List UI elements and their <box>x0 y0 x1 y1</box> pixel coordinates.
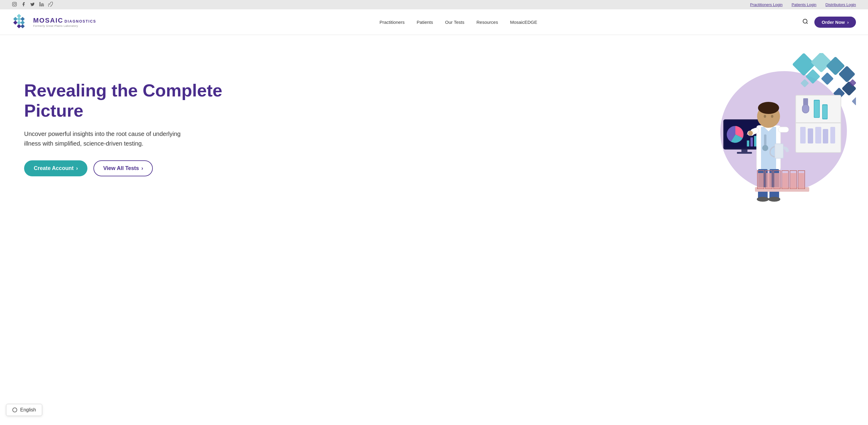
svg-point-63 <box>771 115 773 118</box>
svg-point-62 <box>764 115 766 118</box>
view-all-tests-button[interactable]: View All Tests › <box>93 160 153 176</box>
svg-rect-35 <box>823 105 827 118</box>
top-bar: Practitioners Login Patients Login Distr… <box>0 0 868 9</box>
svg-rect-28 <box>796 122 841 123</box>
svg-point-65 <box>762 145 768 151</box>
svg-rect-74 <box>782 173 788 189</box>
svg-rect-39 <box>823 129 828 144</box>
svg-rect-11 <box>21 21 25 25</box>
svg-rect-64 <box>764 134 767 147</box>
svg-point-4 <box>39 2 40 3</box>
svg-rect-72 <box>774 173 780 189</box>
nav-mosaicedge[interactable]: MosaicEDGE <box>510 20 537 25</box>
hero-illustration <box>235 53 856 204</box>
svg-point-54 <box>748 131 753 135</box>
svg-rect-10 <box>17 21 21 25</box>
svg-rect-68 <box>758 173 764 189</box>
svg-rect-7 <box>17 17 21 21</box>
svg-rect-3 <box>39 4 40 6</box>
vimeo-icon[interactable] <box>48 2 53 7</box>
svg-rect-17 <box>811 53 832 73</box>
svg-rect-31 <box>803 105 809 113</box>
svg-rect-80 <box>775 144 783 158</box>
svg-rect-44 <box>747 141 749 147</box>
svg-point-58 <box>757 197 769 202</box>
svg-point-59 <box>768 197 780 202</box>
instagram-icon[interactable] <box>12 2 17 7</box>
svg-rect-46 <box>754 136 756 147</box>
logo-diagnostics: DIAGNOSTICS <box>64 19 96 24</box>
svg-rect-55 <box>778 127 789 132</box>
social-icons <box>12 2 53 7</box>
logo-formerly: Formerly Great Plains Laboratory <box>33 24 96 27</box>
svg-rect-38 <box>815 127 821 144</box>
logo[interactable]: MOSAIC DIAGNOSTICS Formerly Great Plains… <box>12 13 96 31</box>
svg-point-1 <box>13 3 16 5</box>
svg-rect-37 <box>808 128 813 144</box>
logo-text: MOSAIC DIAGNOSTICS Formerly Great Plains… <box>33 17 96 27</box>
linkedin-icon[interactable] <box>39 2 44 7</box>
svg-rect-70 <box>766 173 772 189</box>
svg-rect-78 <box>799 173 804 189</box>
hero-section: Revealing the Complete Picture Uncover p… <box>0 35 868 216</box>
svg-rect-0 <box>12 2 16 6</box>
practitioners-login-link[interactable]: Practitioners Login <box>750 2 783 7</box>
svg-rect-26 <box>852 97 856 105</box>
svg-rect-12 <box>17 24 21 28</box>
hero-content: Revealing the Complete Picture Uncover p… <box>24 81 235 176</box>
svg-rect-76 <box>790 173 796 189</box>
hero-subtitle: Uncover powerful insights into the root … <box>24 129 193 148</box>
logo-icon <box>12 13 30 31</box>
nav-right: Order Now › <box>802 17 856 28</box>
svg-rect-49 <box>737 152 752 154</box>
svg-point-14 <box>803 19 807 23</box>
hero-buttons: Create Account › View All Tests › <box>24 160 235 176</box>
svg-rect-22 <box>821 72 834 85</box>
svg-rect-36 <box>800 127 806 144</box>
facebook-icon[interactable] <box>21 2 26 7</box>
svg-rect-8 <box>21 17 25 21</box>
hero-title: Revealing the Complete Picture <box>24 81 235 121</box>
nav-patients[interactable]: Patients <box>417 20 433 25</box>
svg-rect-40 <box>830 127 835 144</box>
svg-rect-6 <box>13 17 18 21</box>
distributors-login-link[interactable]: Distributors Login <box>826 2 856 7</box>
header: MOSAIC DIAGNOSTICS Formerly Great Plains… <box>0 9 868 35</box>
svg-point-61 <box>758 102 779 114</box>
twitter-icon[interactable] <box>30 2 35 7</box>
svg-rect-33 <box>814 101 819 117</box>
nav-practitioners[interactable]: Practitioners <box>379 20 404 25</box>
search-button[interactable] <box>802 19 808 26</box>
main-nav: Practitioners Patients Our Tests Resourc… <box>114 20 802 25</box>
nav-our-tests[interactable]: Our Tests <box>445 20 464 25</box>
svg-rect-45 <box>750 138 753 147</box>
order-now-button[interactable]: Order Now › <box>814 17 856 28</box>
create-account-button[interactable]: Create Account › <box>24 160 87 176</box>
top-links: Practitioners Login Patients Login Distr… <box>750 2 856 7</box>
patients-login-link[interactable]: Patients Login <box>792 2 816 7</box>
svg-rect-9 <box>13 21 18 25</box>
svg-point-2 <box>16 3 16 3</box>
logo-brand: MOSAIC <box>33 17 63 24</box>
svg-rect-13 <box>21 24 25 28</box>
hero-illustration-svg <box>699 53 856 204</box>
nav-resources[interactable]: Resources <box>476 20 498 25</box>
